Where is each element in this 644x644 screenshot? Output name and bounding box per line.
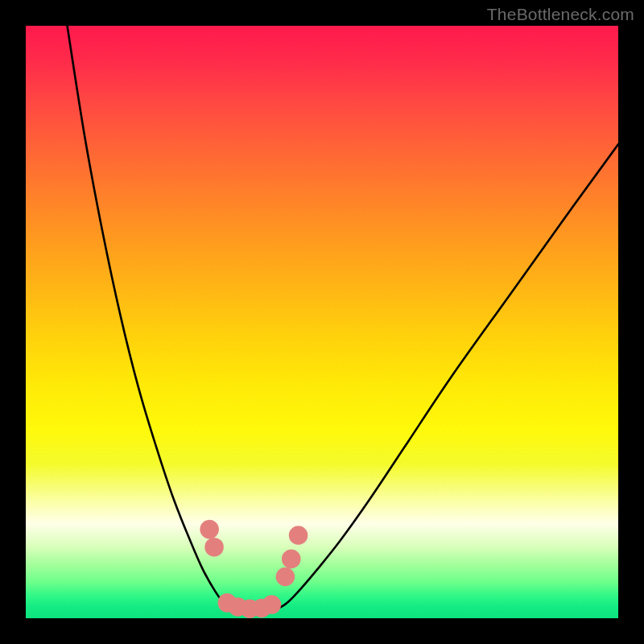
marker-dot-9 bbox=[289, 526, 308, 545]
marker-dot-8 bbox=[282, 550, 301, 569]
series-group bbox=[68, 26, 618, 613]
series-right-curve bbox=[275, 144, 618, 610]
marker-dot-6 bbox=[262, 595, 282, 614]
chart-svg bbox=[26, 26, 618, 618]
plot-area bbox=[26, 26, 618, 618]
watermark-text: TheBottleneck.com bbox=[487, 5, 634, 24]
marker-dot-7 bbox=[276, 568, 295, 587]
marker-dot-0 bbox=[200, 520, 219, 539]
marker-group bbox=[200, 520, 308, 618]
marker-dot-1 bbox=[204, 538, 224, 557]
chart-frame: TheBottleneck.com bbox=[0, 0, 644, 644]
